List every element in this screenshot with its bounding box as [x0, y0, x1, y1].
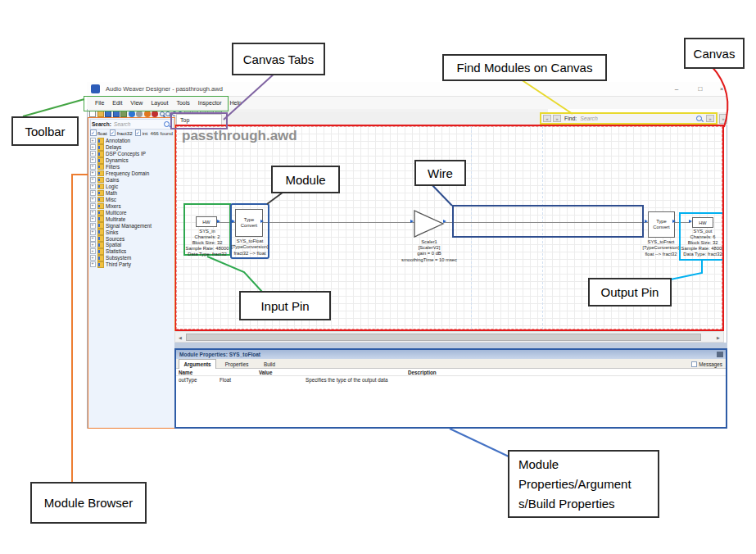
tree-item-math[interactable]: Math	[90, 190, 174, 197]
menu-help[interactable]: Help	[230, 100, 242, 106]
zoom-out-icon[interactable]	[165, 111, 170, 116]
argument-value-cell[interactable]: Float	[220, 377, 231, 383]
panel-menu-button[interactable]	[717, 352, 723, 357]
scaler-output-pin[interactable]	[443, 220, 448, 223]
callout-input-pin: Input Pin	[239, 291, 331, 320]
sys-in-output-pin[interactable]	[217, 220, 222, 223]
expander-icon[interactable]	[90, 229, 96, 235]
expander-icon[interactable]	[90, 248, 96, 254]
type-convert-in-block[interactable]: Type Convert	[235, 209, 263, 237]
error-icon[interactable]	[152, 111, 158, 117]
tree-item-subsystem[interactable]: Subsystem	[90, 255, 174, 261]
find-options-button[interactable]: »	[706, 115, 714, 122]
tab-scroll-button[interactable]: »	[719, 114, 727, 124]
tab-properties[interactable]: Properties	[218, 359, 256, 369]
menu-tools[interactable]: Tools	[176, 100, 189, 106]
search-icon[interactable]	[164, 121, 170, 127]
save-all-icon[interactable]	[113, 111, 120, 117]
float-checkbox[interactable]	[90, 129, 97, 136]
menu-inspector[interactable]: Inspector	[198, 100, 222, 106]
minimize-button[interactable]: –	[671, 85, 682, 93]
tree-item-misc[interactable]: Misc	[90, 196, 174, 202]
scaler-input-pin[interactable]	[410, 220, 415, 223]
import-icon[interactable]	[120, 111, 127, 117]
find-previous-button[interactable]: «	[543, 115, 551, 122]
expander-icon[interactable]	[90, 236, 96, 242]
build-icon[interactable]	[144, 111, 151, 117]
expander-icon[interactable]	[90, 242, 96, 247]
new-file-icon[interactable]	[89, 111, 96, 117]
expander-icon[interactable]	[90, 197, 96, 202]
expander-icon[interactable]	[90, 138, 96, 143]
scrollbar-thumb[interactable]	[186, 334, 701, 342]
tab-build[interactable]: Build	[257, 359, 282, 369]
tree-item-multirate[interactable]: Multirate	[90, 216, 174, 222]
tree-item-sources[interactable]: Sources	[90, 235, 174, 242]
expander-icon[interactable]	[90, 144, 96, 150]
expander-icon[interactable]	[90, 223, 96, 229]
scroll-right-icon[interactable]: ▶	[714, 334, 722, 341]
tree-item-signal-management[interactable]: Signal Management	[90, 222, 174, 229]
menu-layout[interactable]: Layout	[151, 100, 168, 106]
expander-icon[interactable]	[90, 261, 96, 267]
tab-arguments[interactable]: Arguments	[179, 359, 216, 369]
argument-name-cell[interactable]: outType	[179, 377, 197, 383]
expander-icon[interactable]	[90, 184, 96, 189]
wire-convert-to-scaler[interactable]	[263, 222, 414, 224]
menu-edit[interactable]: Edit	[112, 100, 122, 106]
tree-item-sinks[interactable]: Sinks	[90, 229, 174, 235]
type-convert-out-output-pin[interactable]	[672, 220, 677, 223]
type-convert-in-output-pin[interactable]	[260, 220, 265, 223]
tab-top[interactable]: Top	[176, 114, 222, 125]
category-icon	[97, 144, 104, 151]
search-input[interactable]: Search	[114, 121, 164, 127]
canvas-horizontal-scrollbar[interactable]: ◀ ▶	[174, 331, 724, 343]
type-convert-out-input-pin[interactable]	[645, 220, 650, 223]
expander-icon[interactable]	[90, 177, 96, 183]
find-input[interactable]: Search	[580, 116, 696, 121]
scaler-block[interactable]	[414, 210, 445, 238]
type-convert-in-input-pin[interactable]	[232, 220, 237, 223]
int-checkbox[interactable]	[135, 129, 142, 136]
scroll-left-icon[interactable]: ◀	[176, 334, 184, 341]
tree-item-delays[interactable]: Delays	[90, 144, 174, 151]
sys-out-block[interactable]: HW	[692, 217, 713, 228]
expander-icon[interactable]	[90, 190, 96, 196]
tree-item-dynamics[interactable]: Dynamics	[90, 157, 174, 164]
expander-icon[interactable]	[90, 203, 96, 209]
tree-item-annotation[interactable]: Annotation	[90, 138, 174, 144]
tree-item-frequency-domain[interactable]: Frequency Domain	[90, 170, 174, 177]
messages-checkbox[interactable]	[691, 361, 698, 368]
maximize-button[interactable]: □	[695, 85, 706, 93]
zoom-in-icon[interactable]	[160, 111, 165, 116]
tree-item-statistics[interactable]: Statistics	[90, 248, 174, 255]
tree-item-gains[interactable]: Gains	[90, 177, 174, 184]
tree-item-dsp-concepts-ip[interactable]: DSP Concepts IP	[90, 151, 174, 157]
tree-item-multicore[interactable]: Multicore	[90, 209, 174, 216]
run-icon[interactable]	[129, 111, 135, 117]
expander-icon[interactable]	[90, 164, 96, 170]
find-next-button[interactable]: »	[553, 115, 561, 122]
find-search-icon[interactable]	[696, 116, 702, 121]
fract32-checkbox[interactable]	[110, 129, 116, 136]
expander-icon[interactable]	[90, 216, 96, 222]
close-button[interactable]: ×	[716, 85, 727, 93]
messages-toggle[interactable]: Messages	[691, 361, 722, 368]
tree-item-third-party[interactable]: Third Party	[90, 261, 174, 268]
save-icon[interactable]	[105, 111, 111, 117]
tree-item-mixers[interactable]: Mixers	[90, 202, 174, 209]
tree-item-filters[interactable]: Filters	[90, 164, 174, 170]
stop-icon[interactable]	[136, 111, 143, 117]
expander-icon[interactable]	[90, 157, 96, 163]
expander-icon[interactable]	[90, 210, 96, 216]
expander-icon[interactable]	[90, 151, 96, 157]
expander-icon[interactable]	[90, 170, 96, 176]
panel-splitter[interactable]	[174, 343, 727, 348]
menu-view[interactable]: View	[130, 100, 143, 106]
open-file-icon[interactable]	[97, 111, 104, 117]
menu-file[interactable]: File	[95, 100, 104, 106]
expander-icon[interactable]	[90, 255, 96, 261]
sys-in-block[interactable]: HW	[196, 216, 217, 227]
tree-item-spatial[interactable]: Spatial	[90, 242, 174, 248]
tree-item-logic[interactable]: Logic	[90, 184, 174, 190]
